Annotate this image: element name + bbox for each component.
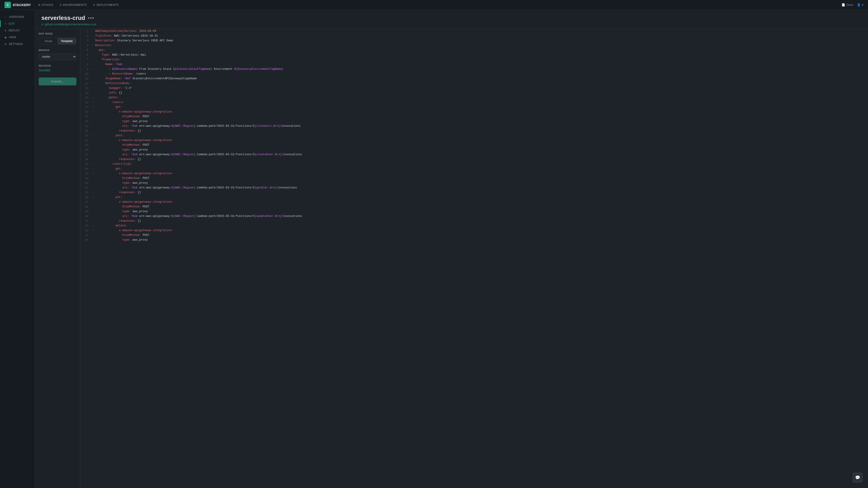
code-line: 3 Description: Stackery Serverless CRUD …: [80, 38, 868, 43]
commit-button[interactable]: Commit...: [39, 77, 76, 86]
nav-stacks[interactable]: ⊞ STACKS: [38, 3, 53, 6]
code-line: 29 ▾ /users/{id}:: [80, 162, 868, 166]
code-line: 23 ▾ post:: [80, 133, 868, 138]
code-line: 20 type: aws_proxy: [80, 119, 868, 124]
project-menu-dots[interactable]: •••: [88, 15, 94, 21]
sidebar-item-edit[interactable]: ✎ EDIT: [0, 20, 35, 27]
github-icon: ⊙: [41, 23, 43, 26]
code-line: 7 ▾ Properties:: [80, 57, 868, 62]
view-icon: ◉: [4, 36, 6, 39]
sidebar-item-deploy[interactable]: ➤ DEPLOY: [0, 27, 35, 34]
code-line: 40 uri: !Sub arn:aws:apigateway:${AWS::R…: [80, 214, 868, 219]
project-repo-link[interactable]: ⊙ github.com/bildungsroman/serverless-cr…: [41, 23, 862, 26]
edit-mode-title: EDIT MODE: [39, 33, 76, 35]
deployments-icon: ➤: [93, 3, 95, 6]
stacks-icon: ⊞: [38, 3, 40, 6]
code-line: 32 httpMethod: POST: [80, 176, 868, 181]
sidebar-item-settings[interactable]: ⚙ SETTINGS: [0, 41, 35, 47]
code-line: 38 httpMethod: POST: [80, 204, 868, 209]
revision-hash: 58e9960: [39, 69, 76, 72]
code-line: 22 responses: {}: [80, 129, 868, 133]
code-line: 43 ▾ x-amazon-apigateway-integration:: [80, 228, 868, 233]
user-avatar: 👤: [857, 3, 861, 6]
code-line: 6 Type: AWS::Serverless::Api: [80, 53, 868, 57]
branch-label: BRANCH: [39, 49, 76, 52]
code-line: 24 ▾ x-amazon-apigateway-integration:: [80, 138, 868, 143]
code-line: 35 responses: {}: [80, 190, 868, 195]
main-layout: ～ OVERVIEW ✎ EDIT ➤ DEPLOY ◉ VIEW ⚙ SETT…: [0, 10, 868, 488]
code-editor[interactable]: 1 AWSTemplateFormatVersion: 2010-09-09 2…: [80, 29, 868, 488]
deploy-icon: ➤: [4, 29, 6, 32]
mode-tabs: Visual Template: [39, 38, 76, 44]
code-line: 26 type: aws_proxy: [80, 148, 868, 152]
code-line: 21 uri: !Sub arn:aws:apigateway:${AWS::R…: [80, 124, 868, 129]
nav-deployments[interactable]: ➤ DEPLOYMENTS: [93, 3, 119, 6]
code-line: 8 ▾ Name: !Sub: [80, 62, 868, 67]
edit-mode-panel: EDIT MODE Visual Template BRANCH master …: [35, 29, 80, 488]
code-line: 16 ▾ /users:: [80, 100, 868, 105]
code-line: 36 ▾ put:: [80, 195, 868, 200]
environments-icon: ◎: [59, 3, 62, 6]
code-line: 45 type: aws_proxy: [80, 238, 868, 242]
code-line: 10 - ResourceName: /users: [80, 72, 868, 76]
docs-link[interactable]: 📄 Docs: [842, 3, 853, 6]
code-line: 44 httpMethod: POST: [80, 233, 868, 238]
code-line: 4 ▾ Resources:: [80, 43, 868, 48]
nav-links: ⊞ STACKS ◎ ENVIRONMENTS ➤ DEPLOYMENTS: [38, 3, 835, 6]
code-line: 9 - ${ResourceName} From Stackery Stack …: [80, 67, 868, 72]
app-name: STACKERY: [13, 3, 31, 7]
code-line: 37 ▾ x-amazon-apigateway-integration:: [80, 200, 868, 204]
content-area: serverless-crud ••• ⊙ github.com/bildung…: [35, 10, 868, 488]
sidebar-item-overview[interactable]: ～ OVERVIEW: [0, 13, 35, 20]
code-line: 31 ▾ x-amazon-apigateway-integration:: [80, 171, 868, 176]
code-line: 13 swagger: '2.0': [80, 86, 868, 91]
code-line: 27 uri: !Sub arn:aws:apigateway:${AWS::R…: [80, 152, 868, 157]
nav-right: 📄 Docs 👤 ▾: [842, 3, 864, 6]
branch-select[interactable]: master develop main: [39, 53, 76, 60]
code-line: 30 ▾ get:: [80, 166, 868, 171]
tab-template[interactable]: Template: [58, 38, 76, 44]
edit-icon: ✎: [4, 23, 6, 25]
code-line: 17 ▾ get:: [80, 105, 868, 109]
code-line: 14 info: {}: [80, 91, 868, 95]
code-line: 41 responses: {}: [80, 219, 868, 223]
code-line: 39 type: aws_proxy: [80, 209, 868, 214]
settings-icon: ⚙: [4, 43, 6, 45]
chat-button[interactable]: 💬: [852, 473, 863, 483]
project-header: serverless-crud ••• ⊙ github.com/bildung…: [35, 10, 868, 29]
code-line: 11 StageName: !Ref StackeryEnvironmentAP…: [80, 76, 868, 81]
code-line: 33 type: aws_proxy: [80, 181, 868, 186]
code-line: 12 ▾ DefinitionBody:: [80, 81, 868, 86]
app-logo[interactable]: S STACKERY: [4, 2, 31, 8]
overview-icon: ～: [4, 15, 7, 19]
code-line: 25 httpMethod: POST: [80, 143, 868, 148]
left-sidebar: ～ OVERVIEW ✎ EDIT ➤ DEPLOY ◉ VIEW ⚙ SETT…: [0, 10, 35, 488]
code-line: 28 responses: {}: [80, 157, 868, 162]
project-title: serverless-crud •••: [41, 14, 862, 22]
code-line: 18 ▾ x-amazon-apigateway-integration:: [80, 109, 868, 114]
tab-visual[interactable]: Visual: [39, 38, 58, 44]
code-line: 19 httpMethod: POST: [80, 114, 868, 119]
logo-icon: S: [4, 2, 11, 8]
top-navigation: S STACKERY ⊞ STACKS ◎ ENVIRONMENTS ➤ DEP…: [0, 0, 868, 10]
code-line: 5 ▾ api:: [80, 48, 868, 53]
code-line: 1 AWSTemplateFormatVersion: 2010-09-09: [80, 29, 868, 34]
revision-label: REVISION: [39, 65, 76, 67]
chat-icon: 💬: [855, 475, 860, 480]
docs-icon: 📄: [842, 3, 845, 6]
code-line: 42 ▾ delete:: [80, 223, 868, 228]
nav-environments[interactable]: ◎ ENVIRONMENTS: [59, 3, 87, 6]
code-line: 34 uri: !Sub arn:aws:apigateway:${AWS::R…: [80, 186, 868, 190]
user-menu[interactable]: 👤 ▾: [857, 3, 864, 6]
code-line: 2 Transform: AWS::Serverless-2016-10-31: [80, 34, 868, 38]
chevron-down-icon: ▾: [862, 3, 864, 6]
code-line: 15 ▾ paths:: [80, 95, 868, 100]
sidebar-item-view[interactable]: ◉ VIEW: [0, 34, 35, 41]
